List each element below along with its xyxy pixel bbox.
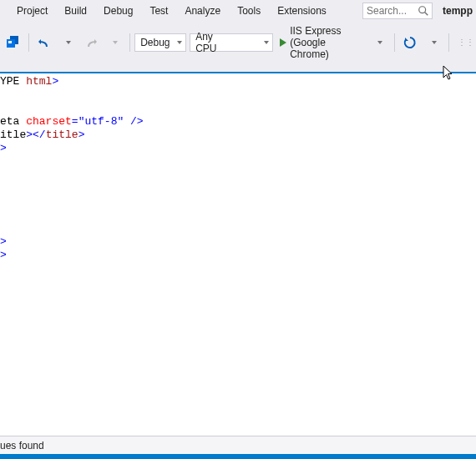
toolbar-separator: [448, 33, 449, 52]
issues-text: ues found: [0, 440, 44, 451]
chevron-down-icon: [264, 41, 269, 44]
svg-rect-4: [8, 41, 12, 43]
code-line[interactable]: eta charset="utf-8" />: [0, 115, 476, 129]
code-line[interactable]: >: [0, 142, 476, 155]
browser-refresh-dropdown[interactable]: [423, 33, 443, 53]
menu-analyze[interactable]: Analyze: [176, 2, 229, 20]
toolbar-separator: [28, 33, 29, 52]
code-line[interactable]: [0, 169, 476, 182]
menu-build[interactable]: Build: [56, 2, 95, 20]
search-box[interactable]: [362, 3, 429, 19]
code-line[interactable]: [0, 88, 476, 102]
toolbar-overflow-button[interactable]: ⋮⋮: [453, 33, 473, 53]
code-line[interactable]: [0, 102, 476, 115]
code-line[interactable]: [0, 222, 476, 235]
code-line[interactable]: [0, 209, 476, 222]
start-debug-label: IIS Express (Google Chrome): [290, 25, 362, 60]
overflow-icon: ⋮⋮: [456, 35, 469, 50]
status-bar: [0, 454, 476, 459]
user-label[interactable]: tempp: [436, 2, 476, 20]
browser-refresh-button[interactable]: [400, 33, 420, 53]
save-all-button[interactable]: [3, 33, 23, 53]
solution-platform-value: Any CPU: [195, 31, 230, 54]
solution-config-value: Debug: [140, 37, 170, 48]
search-input[interactable]: [362, 3, 433, 19]
issues-bar[interactable]: ues found: [0, 436, 476, 454]
toolbar-separator: [394, 33, 395, 52]
start-debug-dropdown[interactable]: [369, 33, 389, 53]
menu-debug-menu[interactable]: Debug: [95, 2, 141, 20]
code-line[interactable]: itle></title>: [0, 129, 476, 142]
menu-bar: Project Build Debug Test Analyze Tools E…: [0, 0, 476, 22]
redo-button[interactable]: [81, 33, 101, 53]
code-editor[interactable]: YPE html> eta charset="utf-8" />itle></t…: [0, 73, 476, 436]
menu-project[interactable]: Project: [8, 2, 56, 20]
solution-platform-dropdown[interactable]: Any CPU: [190, 33, 273, 52]
play-icon: [280, 38, 286, 47]
menu-tools[interactable]: Tools: [229, 2, 269, 20]
solution-config-dropdown[interactable]: Debug: [134, 33, 186, 52]
code-line[interactable]: >: [0, 249, 476, 262]
redo-dropdown[interactable]: [104, 33, 124, 53]
undo-button[interactable]: [34, 33, 54, 53]
toolbar: Debug Any CPU IIS Express (Google Chrome…: [0, 28, 476, 57]
start-debug-button[interactable]: IIS Express (Google Chrome): [276, 33, 366, 52]
undo-dropdown[interactable]: [58, 33, 78, 53]
menu-test[interactable]: Test: [141, 2, 176, 20]
code-line[interactable]: [0, 195, 476, 209]
toolbar-separator: [129, 33, 130, 52]
code-line[interactable]: [0, 182, 476, 195]
code-line[interactable]: YPE html>: [0, 75, 476, 88]
menu-extensions[interactable]: Extensions: [269, 2, 335, 20]
code-line[interactable]: [0, 155, 476, 169]
chevron-down-icon: [177, 41, 182, 44]
code-line[interactable]: >: [0, 235, 476, 249]
